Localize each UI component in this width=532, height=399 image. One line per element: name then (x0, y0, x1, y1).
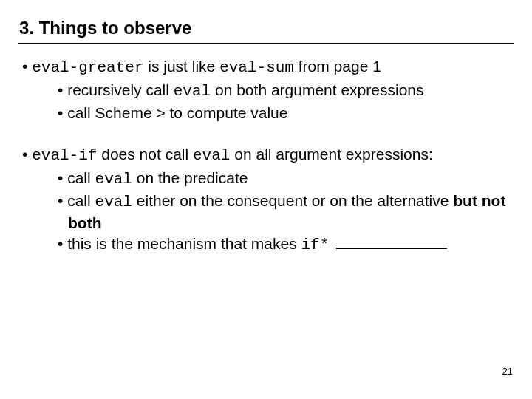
bullet-2-sub: call eval on the predicate call eval eit… (33, 168, 514, 256)
text: call (67, 192, 95, 209)
text: this is the mechanism that makes (67, 235, 301, 252)
text: on both argument expressions (211, 81, 423, 98)
text: on all argument expressions: (230, 146, 432, 163)
text: on the predicate (132, 169, 248, 186)
text: from page 1 (294, 58, 381, 75)
text: call Scheme > to compute value (67, 104, 287, 121)
code-eval-if: eval-if (32, 147, 97, 164)
code-eval: eval (95, 194, 132, 211)
slide: 3. Things to observe eval-greater is jus… (0, 0, 532, 399)
bullet-2-sub-1: call eval on the predicate (53, 168, 514, 190)
bullet-1: eval-greater is just like eval-sum from … (18, 56, 514, 123)
bullet-2: eval-if does not call eval on all argume… (18, 144, 514, 256)
code-eval-greater: eval-greater (32, 59, 143, 76)
bullet-2-sub-3: this is the mechanism that makes if* (53, 233, 514, 256)
code-eval: eval (193, 147, 230, 164)
bullet-1-sub-1: recursively call eval on both argument e… (53, 80, 514, 102)
text: either on the consequent or on the alter… (132, 192, 453, 209)
page-number: 21 (502, 366, 513, 377)
slide-title: 3. Things to observe (18, 18, 514, 44)
text: is just like (143, 58, 219, 75)
code-if-star: if* (301, 236, 329, 253)
fill-in-blank (336, 234, 447, 250)
text (329, 235, 333, 252)
code-eval-sum: eval-sum (219, 59, 294, 76)
bullet-1-sub: recursively call eval on both argument e… (33, 80, 514, 123)
text: call (67, 169, 95, 186)
bullet-1-sub-2: call Scheme > to compute value (53, 103, 514, 123)
code-eval: eval (95, 171, 132, 188)
text: recursively call (67, 81, 174, 98)
code-eval: eval (174, 83, 211, 100)
bullet-list: eval-greater is just like eval-sum from … (18, 56, 514, 256)
bullet-2-sub-2: call eval either on the consequent or on… (53, 191, 514, 234)
text: does not call (97, 146, 193, 163)
